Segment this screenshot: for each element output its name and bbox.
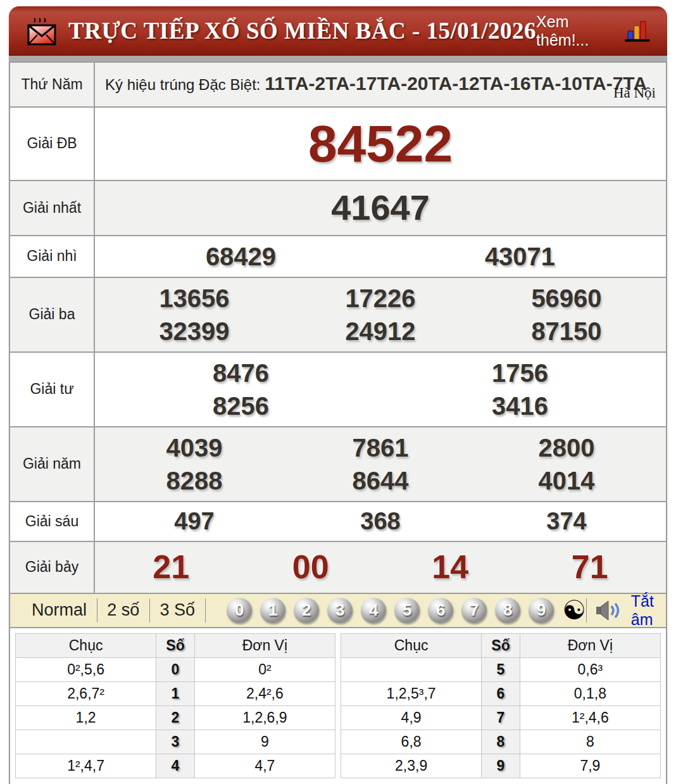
- digit-ball-0[interactable]: 0: [227, 598, 252, 623]
- digit-cell: 8: [482, 730, 520, 754]
- digit-cell: 7: [482, 705, 520, 730]
- column-header-digit: Số: [156, 633, 195, 657]
- mode-2-digits[interactable]: 2 số: [97, 600, 149, 620]
- prize-values: 403978612800828886444014: [94, 427, 667, 502]
- prize-values: 41647: [94, 180, 667, 236]
- see-more-link[interactable]: Xem thêm!...: [536, 13, 615, 49]
- special-symbol-line: Ký hiệu trúng Đặc Biệt: 11TA-2TA-17TA-20…: [105, 69, 656, 99]
- tens-cell: 2,3,9: [341, 754, 482, 778]
- summary-row: 1,2,5³,760,1,8: [341, 681, 661, 705]
- prize-values: 8476175682563416: [94, 352, 667, 427]
- summary-row: 6,888: [341, 730, 661, 754]
- bar-chart-icon[interactable]: [624, 19, 651, 43]
- prize-number: 14: [380, 546, 520, 589]
- summary-row: 4,971²,4,6: [341, 705, 661, 730]
- audio-controls: Tắt âm: [586, 592, 654, 629]
- units-cell: 7,9: [520, 754, 660, 778]
- prize-row-giai-tu: Giải tư8476175682563416: [9, 352, 667, 427]
- prize-label: Giải nhì: [9, 236, 94, 277]
- tens-cell: [16, 730, 156, 754]
- prize-number: 84522: [101, 111, 660, 177]
- prize-number: 368: [287, 506, 473, 537]
- prize-number: 2800: [473, 431, 660, 464]
- summary-row: 39: [16, 730, 335, 754]
- prize-row-giai-db: Giải ĐB84522: [9, 107, 667, 181]
- tens-cell: 1,2,5³,7: [341, 681, 482, 705]
- region-label: Hà Nội: [613, 85, 656, 101]
- prize-label: Giải sáu: [9, 502, 94, 541]
- prize-number: 71: [520, 546, 660, 589]
- digit-ball-5[interactable]: 5: [394, 598, 420, 623]
- column-header-tens: Chục: [341, 633, 482, 657]
- prize-number: 8256: [101, 389, 380, 422]
- prize-number: 8476: [101, 357, 380, 389]
- digit-ball-1[interactable]: 1: [260, 598, 285, 623]
- column-header-units: Đơn Vị: [520, 633, 660, 657]
- prize-number: 13656: [101, 282, 287, 315]
- prize-label: Giải ĐB: [9, 107, 94, 181]
- prize-row-giai-bay: Giải bảy21001471: [9, 541, 667, 593]
- symbol-codes: 11TA-2TA-17TA-20TA-12TA-16TA-10TA-7TA: [265, 73, 647, 94]
- divider: [586, 598, 587, 623]
- digit-cell: 0: [156, 657, 195, 681]
- mode-3-digits[interactable]: 3 Số: [149, 600, 205, 620]
- digit-ball-6[interactable]: 6: [428, 598, 453, 623]
- summary-table-right: Chục Số Đơn Vị 50,6³1,2,5³,760,1,84,971²…: [341, 633, 661, 778]
- prize-number: 7861: [287, 431, 473, 464]
- prize-label: Giải năm: [9, 427, 94, 502]
- digit-ball-3[interactable]: 3: [327, 598, 353, 623]
- yinyang-icon[interactable]: ☯: [562, 598, 586, 623]
- prize-row-giai-nam: Giải năm403978612800828886444014: [9, 427, 667, 502]
- prize-label: Giải ba: [9, 277, 94, 352]
- prize-number: 21: [101, 546, 241, 589]
- divider-strip: [9, 56, 667, 61]
- digit-cell: 2: [156, 705, 195, 730]
- digit-ball-9[interactable]: 9: [529, 598, 554, 623]
- results-table: Thứ Năm Ký hiệu trúng Đặc Biệt: 11TA-2TA…: [9, 61, 667, 594]
- symbol-label: Ký hiệu trúng Đặc Biệt:: [105, 76, 265, 93]
- prize-label: Giải tư: [9, 352, 94, 427]
- hot-mail-icon: [25, 17, 58, 47]
- summary-row: 1,221,2,6,9: [16, 705, 335, 730]
- prize-values: 84522: [94, 107, 667, 181]
- summary-row: 1²,4,744,7: [16, 754, 335, 778]
- summary-table-left: Chục Số Đơn Vị 0²,5,600²2,6,7²12,4²,61,2…: [15, 633, 335, 778]
- mute-button[interactable]: Tắt âm: [631, 592, 654, 629]
- prize-values: 21001471: [94, 541, 667, 593]
- prize-row-giai-nhi: Giải nhì6842943071: [9, 236, 667, 277]
- column-header-tens: Chục: [16, 633, 156, 657]
- prize-label: Giải bảy: [9, 541, 94, 593]
- digit-ball-2[interactable]: 2: [294, 598, 319, 623]
- units-cell: 4,7: [194, 754, 335, 778]
- units-cell: 8: [520, 730, 660, 754]
- digit-ball-7[interactable]: 7: [461, 598, 487, 623]
- prize-row-giai-sau: Giải sáu497368374: [9, 502, 667, 541]
- speaker-icon[interactable]: [596, 600, 622, 621]
- prize-number: 4014: [473, 464, 660, 497]
- page-title: TRỰC TIẾP XỔ SỐ MIỀN BẮC - 15/01/2026: [68, 17, 536, 44]
- digit-cell: 6: [482, 681, 520, 705]
- prize-number: 43071: [380, 240, 660, 273]
- prize-number: 56960: [473, 282, 660, 315]
- tens-cell: 0²,5,6: [16, 657, 156, 681]
- column-header-digit: Số: [482, 633, 520, 657]
- units-cell: 1,2,6,9: [194, 705, 335, 730]
- prize-row-giai-ba: Giải ba136561722656960323992491287150: [9, 277, 667, 352]
- prize-number: 497: [101, 506, 287, 537]
- control-bar: Normal 2 số 3 Số 0123456789 ☯ Tắt âm: [9, 594, 667, 628]
- prize-row-giai-nhat: Giải nhất41647: [9, 180, 667, 236]
- mode-normal[interactable]: Normal: [22, 600, 97, 620]
- tens-cell: 4,9: [341, 705, 482, 730]
- digit-ball-8[interactable]: 8: [495, 598, 520, 623]
- units-cell: 2,4²,6: [194, 681, 335, 705]
- info-row: Thứ Năm Ký hiệu trúng Đặc Biệt: 11TA-2TA…: [9, 62, 667, 107]
- units-cell: 0,1,8: [520, 681, 660, 705]
- prize-number: 32399: [101, 315, 287, 348]
- units-cell: 0²: [194, 657, 335, 681]
- tens-cell: 1,2: [16, 705, 156, 730]
- digit-ball-4[interactable]: 4: [361, 598, 386, 623]
- digit-cell: 4: [156, 754, 195, 778]
- prize-values: 497368374: [94, 502, 667, 541]
- header: TRỰC TIẾP XỔ SỐ MIỀN BẮC - 15/01/2026 Xe…: [9, 6, 667, 56]
- prize-values: 136561722656960323992491287150: [94, 277, 667, 352]
